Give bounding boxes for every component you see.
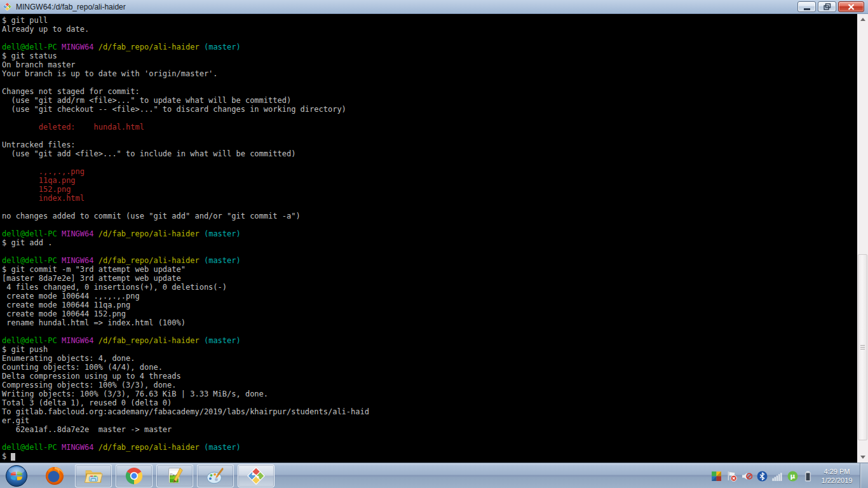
terminal-line: dell@dell-PC MINGW64 /d/fab_repo/ali-hai… [2, 336, 857, 345]
terminal-line: $ git push [2, 345, 857, 354]
taskbar-button-notepadpp[interactable]: ∏++ [156, 464, 193, 487]
start-button[interactable] [5, 464, 28, 487]
terminal-line: Enumerating objects: 4, done. [2, 354, 857, 363]
volume-muted-icon[interactable] [742, 471, 752, 482]
taskbar: ∏++ [0, 463, 868, 488]
terminal-line: dell@dell-PC MINGW64 /d/fab_repo/ali-hai… [2, 443, 857, 452]
chrome-icon [125, 466, 144, 485]
clock-time: 4:29 PM [824, 467, 850, 476]
scrollbar-up-button[interactable] [857, 14, 868, 25]
terminal-line: $ git status [2, 51, 857, 60]
scrollbar-track[interactable] [857, 25, 868, 452]
terminal-line: Delta compression using up to 4 threads [2, 372, 857, 381]
network-signal-icon[interactable] [772, 471, 783, 482]
terminal-line: $ git commit -m "3rd attempt web update" [2, 265, 857, 274]
scroll-up-icon [860, 18, 865, 21]
notepad-plus-plus-icon: ∏++ [165, 466, 184, 485]
terminal-line [2, 203, 857, 212]
scrollbar-thumb[interactable] [858, 254, 867, 440]
terminal-line: On branch master [2, 60, 857, 69]
terminal-area[interactable]: $ git pullAlready up to date. dell@dell-… [0, 14, 868, 463]
terminal-line: create mode 100644 .,.,.,.png [2, 292, 857, 301]
terminal-line: To gitlab.fabcloud.org:academany/fabacad… [2, 407, 857, 416]
paint-icon [206, 466, 225, 485]
show-desktop-button[interactable] [860, 463, 868, 488]
svg-text:µ: µ [790, 472, 796, 480]
battery-icon[interactable] [803, 471, 813, 482]
window-title: MINGW64:/d/fab_repo/ali-haider [16, 3, 126, 11]
terminal-line: Counting objects: 100% (4/4), done. [2, 363, 857, 372]
scrollbar-grip [860, 345, 865, 350]
taskbar-clock[interactable]: 4:29 PM 1/22/2019 [816, 463, 858, 488]
close-icon [848, 4, 855, 10]
terminal-line [2, 220, 857, 229]
terminal-line [2, 114, 857, 123]
taskbar-button-chrome[interactable] [116, 464, 153, 487]
bluetooth-icon[interactable] [757, 471, 768, 482]
firefox-icon[interactable] [44, 466, 65, 486]
scroll-down-icon [860, 456, 865, 459]
restore-icon [824, 3, 831, 10]
clock-date: 1/22/2019 [822, 476, 853, 485]
terminal-line: index.html [2, 194, 857, 203]
terminal-line: er.git [2, 416, 857, 425]
window-controls [797, 1, 864, 12]
git-bash-app-icon [3, 2, 12, 11]
terminal-cursor [11, 453, 15, 461]
terminal-line: no changes added to commit (use "git add… [2, 212, 857, 220]
terminal-line [2, 158, 857, 167]
terminal-line: Changes not staged for commit: [2, 87, 857, 96]
system-tray: µ [711, 463, 813, 488]
avg-antivirus-icon[interactable] [711, 471, 722, 482]
terminal-line [2, 78, 857, 87]
action-center-flag-icon[interactable] [726, 471, 737, 482]
utorrent-icon[interactable]: µ [787, 471, 798, 482]
terminal-line: 62ea1af..8da7e2e master -> master [2, 425, 857, 434]
terminal-line: $ [2, 452, 857, 461]
terminal-line: .,.,.,.png [2, 167, 857, 176]
terminal-line: Writing objects: 100% (3/3), 76.63 KiB |… [2, 390, 857, 398]
terminal-output: $ git pullAlready up to date. dell@dell-… [0, 14, 857, 463]
terminal-line: $ git add . [2, 238, 857, 247]
taskbar-button-explorer[interactable] [75, 464, 112, 487]
mintty-window: MINGW64:/d/fab_repo/ali-haider $ git pul… [0, 0, 868, 463]
scrollbar-down-button[interactable] [857, 452, 868, 463]
terminal-line: create mode 100644 152.png [2, 309, 857, 318]
terminal-line: Already up to date. [2, 25, 857, 34]
terminal-scrollbar[interactable] [857, 14, 868, 463]
terminal-line: Your branch is up to date with 'origin/m… [2, 69, 857, 78]
taskbar-button-paint[interactable] [197, 464, 234, 487]
terminal-line: (use "git add/rm <file>..." to update wh… [2, 96, 857, 105]
terminal-line: rename hundal.html => index.html (100%) [2, 318, 857, 327]
terminal-line [2, 132, 857, 140]
minimize-button[interactable] [797, 1, 816, 12]
terminal-line: create mode 100644 11qa.png [2, 301, 857, 309]
terminal-line: deleted: hundal.html [2, 123, 857, 132]
terminal-line: $ git pull [2, 16, 857, 25]
terminal-line: Total 3 (delta 1), reused 0 (delta 0) [2, 398, 857, 407]
terminal-line: Untracked files: [2, 140, 857, 149]
window-titlebar[interactable]: MINGW64:/d/fab_repo/ali-haider [0, 0, 868, 14]
terminal-line: 4 files changed, 0 insertions(+), 0 dele… [2, 283, 857, 292]
desktop-screen: MINGW64:/d/fab_repo/ali-haider $ git pul… [0, 0, 868, 488]
terminal-line: dell@dell-PC MINGW64 /d/fab_repo/ali-hai… [2, 256, 857, 265]
minimize-icon [804, 8, 810, 10]
terminal-line [2, 247, 857, 256]
terminal-line: (use "git checkout -- <file>..." to disc… [2, 105, 857, 114]
terminal-line: Compressing objects: 100% (3/3), done. [2, 381, 857, 390]
terminal-line [2, 34, 857, 43]
taskbar-button-gitbash[interactable] [238, 464, 275, 487]
terminal-line [2, 434, 857, 443]
git-bash-icon [247, 466, 266, 485]
terminal-line: [master 8da7e2e] 3rd attempt web update [2, 274, 857, 283]
close-button[interactable] [838, 1, 864, 12]
terminal-line [2, 327, 857, 336]
windows-explorer-icon [84, 466, 103, 485]
terminal-line: dell@dell-PC MINGW64 /d/fab_repo/ali-hai… [2, 43, 857, 51]
terminal-line: dell@dell-PC MINGW64 /d/fab_repo/ali-hai… [2, 229, 857, 238]
terminal-line: 152.png [2, 185, 857, 194]
terminal-line: 11qa.png [2, 176, 857, 185]
restore-button[interactable] [818, 1, 836, 12]
terminal-line: (use "git add <file>..." to include in w… [2, 149, 857, 158]
